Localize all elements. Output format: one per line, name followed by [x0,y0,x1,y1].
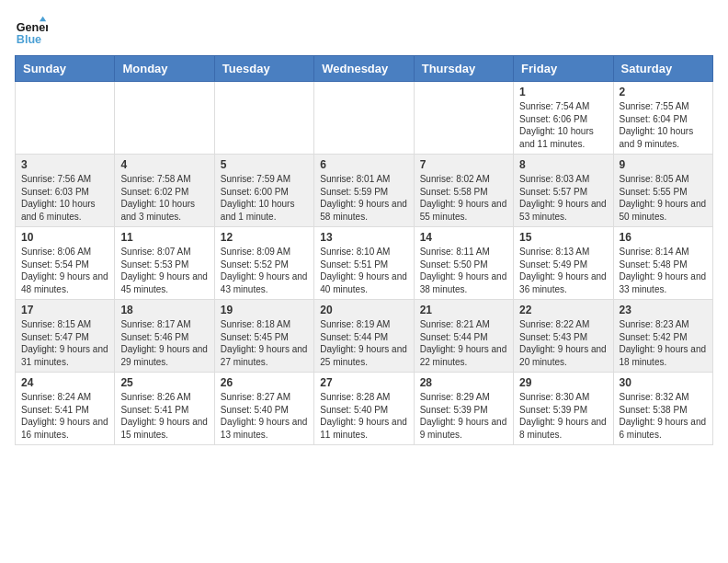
day-number: 20 [320,304,407,316]
day-info: Sunrise: 8:01 AM Sunset: 5:59 PM Dayligh… [320,173,407,223]
day-number: 7 [420,158,507,171]
weekday-header-row: SundayMondayTuesdayWednesdayThursdayFrid… [16,56,713,82]
day-cell-30: 30Sunrise: 8:32 AM Sunset: 5:38 PM Dayli… [613,373,712,445]
day-number: 21 [420,304,507,316]
day-cell-19: 19Sunrise: 8:18 AM Sunset: 5:45 PM Dayli… [214,300,313,373]
day-info: Sunrise: 7:59 AM Sunset: 6:00 PM Dayligh… [221,173,308,223]
day-cell-18: 18Sunrise: 8:17 AM Sunset: 5:46 PM Dayli… [115,300,214,373]
day-number: 15 [519,231,607,244]
empty-cell [115,82,214,155]
day-number: 16 [620,231,707,244]
day-cell-24: 24Sunrise: 8:24 AM Sunset: 5:41 PM Dayli… [16,373,115,445]
weekday-header-tuesday: Tuesday [214,56,313,82]
day-cell-6: 6Sunrise: 8:01 AM Sunset: 5:59 PM Daylig… [314,155,414,227]
day-info: Sunrise: 8:27 AM Sunset: 5:40 PM Dayligh… [221,391,308,441]
day-info: Sunrise: 7:58 AM Sunset: 6:02 PM Dayligh… [120,173,208,223]
day-cell-29: 29Sunrise: 8:30 AM Sunset: 5:39 PM Dayli… [514,373,613,445]
day-cell-28: 28Sunrise: 8:29 AM Sunset: 5:39 PM Dayli… [414,373,513,445]
day-cell-15: 15Sunrise: 8:13 AM Sunset: 5:49 PM Dayli… [514,227,613,300]
day-cell-26: 26Sunrise: 8:27 AM Sunset: 5:40 PM Dayli… [214,373,313,445]
day-number: 23 [620,304,707,316]
day-number: 17 [21,304,108,316]
weekday-header-wednesday: Wednesday [314,56,414,82]
day-number: 19 [221,304,308,316]
day-info: Sunrise: 8:11 AM Sunset: 5:50 PM Dayligh… [420,246,507,295]
weekday-header-saturday: Saturday [613,56,712,82]
empty-cell [414,82,513,155]
day-info: Sunrise: 8:24 AM Sunset: 5:41 PM Dayligh… [21,391,108,441]
week-row-5: 24Sunrise: 8:24 AM Sunset: 5:41 PM Dayli… [16,373,713,445]
day-cell-23: 23Sunrise: 8:23 AM Sunset: 5:42 PM Dayli… [613,300,712,373]
weekday-header-monday: Monday [115,56,214,82]
day-info: Sunrise: 8:30 AM Sunset: 5:39 PM Dayligh… [519,391,607,441]
day-info: Sunrise: 8:14 AM Sunset: 5:48 PM Dayligh… [620,246,707,295]
day-cell-10: 10Sunrise: 8:06 AM Sunset: 5:54 PM Dayli… [16,227,115,300]
logo-icon: General Blue [15,15,48,48]
day-cell-16: 16Sunrise: 8:14 AM Sunset: 5:48 PM Dayli… [613,227,712,300]
day-info: Sunrise: 8:02 AM Sunset: 5:58 PM Dayligh… [420,173,507,223]
day-info: Sunrise: 8:26 AM Sunset: 5:41 PM Dayligh… [120,391,208,441]
empty-cell [214,82,313,155]
day-number: 22 [519,304,607,316]
day-info: Sunrise: 8:19 AM Sunset: 5:44 PM Dayligh… [320,318,407,368]
weekday-header-sunday: Sunday [16,56,115,82]
day-info: Sunrise: 8:28 AM Sunset: 5:40 PM Dayligh… [320,391,407,441]
day-number: 11 [120,231,208,244]
day-info: Sunrise: 8:18 AM Sunset: 5:45 PM Dayligh… [221,318,308,368]
day-number: 30 [620,376,707,389]
day-info: Sunrise: 8:15 AM Sunset: 5:47 PM Dayligh… [21,318,108,368]
day-cell-13: 13Sunrise: 8:10 AM Sunset: 5:51 PM Dayli… [314,227,414,300]
day-number: 18 [120,304,208,316]
day-cell-8: 8Sunrise: 8:03 AM Sunset: 5:57 PM Daylig… [514,155,613,227]
empty-cell [16,82,115,155]
page-header: General Blue [15,15,713,48]
day-info: Sunrise: 8:17 AM Sunset: 5:46 PM Dayligh… [120,318,208,368]
day-cell-5: 5Sunrise: 7:59 AM Sunset: 6:00 PM Daylig… [214,155,313,227]
day-info: Sunrise: 8:13 AM Sunset: 5:49 PM Dayligh… [519,246,607,295]
day-cell-27: 27Sunrise: 8:28 AM Sunset: 5:40 PM Dayli… [314,373,414,445]
week-row-4: 17Sunrise: 8:15 AM Sunset: 5:47 PM Dayli… [16,300,713,373]
day-number: 26 [221,376,308,389]
day-number: 4 [120,158,208,171]
day-info: Sunrise: 8:03 AM Sunset: 5:57 PM Dayligh… [519,173,607,223]
day-info: Sunrise: 8:05 AM Sunset: 5:55 PM Dayligh… [620,173,707,223]
week-row-2: 3Sunrise: 7:56 AM Sunset: 6:03 PM Daylig… [16,155,713,227]
day-cell-20: 20Sunrise: 8:19 AM Sunset: 5:44 PM Dayli… [314,300,414,373]
day-info: Sunrise: 8:06 AM Sunset: 5:54 PM Dayligh… [21,246,108,295]
day-cell-25: 25Sunrise: 8:26 AM Sunset: 5:41 PM Dayli… [115,373,214,445]
day-cell-12: 12Sunrise: 8:09 AM Sunset: 5:52 PM Dayli… [214,227,313,300]
weekday-header-friday: Friday [514,56,613,82]
day-number: 24 [21,376,108,389]
day-info: Sunrise: 8:29 AM Sunset: 5:39 PM Dayligh… [420,391,507,441]
day-info: Sunrise: 8:32 AM Sunset: 5:38 PM Dayligh… [620,391,707,441]
week-row-3: 10Sunrise: 8:06 AM Sunset: 5:54 PM Dayli… [16,227,713,300]
day-number: 2 [620,86,707,98]
day-info: Sunrise: 8:22 AM Sunset: 5:43 PM Dayligh… [519,318,607,368]
day-info: Sunrise: 8:07 AM Sunset: 5:53 PM Dayligh… [120,246,208,295]
day-number: 28 [420,376,507,389]
day-number: 1 [519,86,607,98]
day-cell-21: 21Sunrise: 8:21 AM Sunset: 5:44 PM Dayli… [414,300,513,373]
day-info: Sunrise: 8:23 AM Sunset: 5:42 PM Dayligh… [620,318,707,368]
day-number: 3 [21,158,108,171]
day-cell-4: 4Sunrise: 7:58 AM Sunset: 6:02 PM Daylig… [115,155,214,227]
svg-text:Blue: Blue [17,33,41,46]
day-cell-9: 9Sunrise: 8:05 AM Sunset: 5:55 PM Daylig… [613,155,712,227]
day-cell-14: 14Sunrise: 8:11 AM Sunset: 5:50 PM Dayli… [414,227,513,300]
day-number: 8 [519,158,607,171]
day-info: Sunrise: 8:09 AM Sunset: 5:52 PM Dayligh… [221,246,308,295]
calendar-table: SundayMondayTuesdayWednesdayThursdayFrid… [15,55,713,445]
day-number: 27 [320,376,407,389]
day-info: Sunrise: 7:54 AM Sunset: 6:06 PM Dayligh… [519,100,607,150]
day-info: Sunrise: 7:55 AM Sunset: 6:04 PM Dayligh… [620,100,707,150]
day-number: 9 [620,158,707,171]
day-number: 12 [221,231,308,244]
day-cell-7: 7Sunrise: 8:02 AM Sunset: 5:58 PM Daylig… [414,155,513,227]
day-number: 6 [320,158,407,171]
day-number: 14 [420,231,507,244]
day-number: 25 [120,376,208,389]
day-cell-17: 17Sunrise: 8:15 AM Sunset: 5:47 PM Dayli… [16,300,115,373]
day-info: Sunrise: 8:21 AM Sunset: 5:44 PM Dayligh… [420,318,507,368]
week-row-1: 1Sunrise: 7:54 AM Sunset: 6:06 PM Daylig… [16,82,713,155]
day-number: 29 [519,376,607,389]
